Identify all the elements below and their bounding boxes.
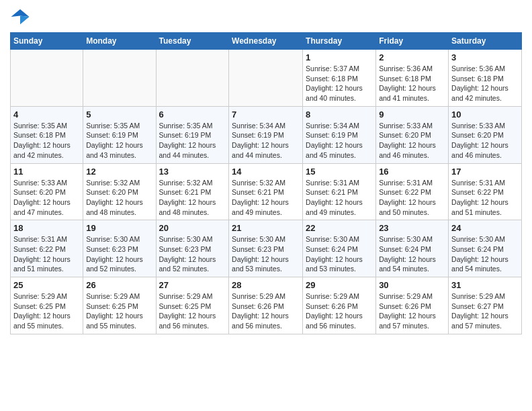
day-detail: Sunrise: 5:31 AMSunset: 6:21 PMDaylight:… [306,178,373,218]
day-number: 29 [306,280,373,290]
day-detail: Sunrise: 5:30 AMSunset: 6:23 PMDaylight:… [232,234,300,274]
calendar-cell: 31Sunrise: 5:29 AMSunset: 6:27 PMDayligh… [449,277,522,334]
calendar-cell: 18Sunrise: 5:31 AMSunset: 6:22 PMDayligh… [11,220,83,277]
day-number: 21 [232,223,300,233]
calendar-cell: 19Sunrise: 5:30 AMSunset: 6:23 PMDayligh… [83,220,156,277]
day-number: 14 [232,167,300,177]
calendar-cell [11,50,83,107]
calendar-cell: 17Sunrise: 5:31 AMSunset: 6:22 PMDayligh… [449,163,522,220]
day-detail: Sunrise: 5:32 AMSunset: 6:21 PMDaylight:… [159,178,226,218]
day-detail: Sunrise: 5:32 AMSunset: 6:20 PMDaylight:… [86,178,152,218]
header-row: SundayMondayTuesdayWednesdayThursdayFrid… [11,33,522,50]
calendar-cell: 7Sunrise: 5:34 AMSunset: 6:19 PMDaylight… [229,106,303,163]
calendar-cell: 30Sunrise: 5:29 AMSunset: 6:26 PMDayligh… [376,277,449,334]
day-detail: Sunrise: 5:30 AMSunset: 6:23 PMDaylight:… [86,234,152,274]
header-day: Saturday [449,33,522,50]
day-detail: Sunrise: 5:31 AMSunset: 6:22 PMDaylight:… [379,178,445,218]
calendar-cell: 15Sunrise: 5:31 AMSunset: 6:21 PMDayligh… [303,163,376,220]
header-day: Sunday [11,33,83,50]
calendar-cell [156,50,229,107]
calendar-table: SundayMondayTuesdayWednesdayThursdayFrid… [10,32,522,334]
day-detail: Sunrise: 5:29 AMSunset: 6:26 PMDaylight:… [306,291,373,331]
calendar-cell [83,50,156,107]
day-detail: Sunrise: 5:31 AMSunset: 6:22 PMDaylight:… [13,234,80,274]
day-detail: Sunrise: 5:33 AMSunset: 6:20 PMDaylight:… [379,121,445,161]
header-day: Wednesday [229,33,303,50]
day-number: 25 [13,280,80,290]
calendar-cell: 23Sunrise: 5:30 AMSunset: 6:24 PMDayligh… [376,220,449,277]
day-number: 28 [232,280,300,290]
calendar-cell: 11Sunrise: 5:33 AMSunset: 6:20 PMDayligh… [11,163,83,220]
day-number: 30 [379,280,445,290]
calendar-week-row: 4Sunrise: 5:35 AMSunset: 6:18 PMDaylight… [11,106,522,163]
calendar-cell: 16Sunrise: 5:31 AMSunset: 6:22 PMDayligh… [376,163,449,220]
day-detail: Sunrise: 5:29 AMSunset: 6:25 PMDaylight:… [13,291,80,331]
logo [10,7,33,27]
day-detail: Sunrise: 5:29 AMSunset: 6:26 PMDaylight:… [232,291,300,331]
day-number: 6 [159,109,226,120]
day-number: 12 [86,167,152,177]
day-detail: Sunrise: 5:29 AMSunset: 6:25 PMDaylight:… [159,291,226,331]
day-detail: Sunrise: 5:29 AMSunset: 6:26 PMDaylight:… [379,291,445,331]
calendar-cell: 10Sunrise: 5:33 AMSunset: 6:20 PMDayligh… [449,106,522,163]
day-number: 23 [379,223,445,233]
header-day: Tuesday [156,33,229,50]
calendar-cell: 28Sunrise: 5:29 AMSunset: 6:26 PMDayligh… [229,277,303,334]
calendar-cell: 29Sunrise: 5:29 AMSunset: 6:26 PMDayligh… [303,277,376,334]
day-number: 27 [159,280,226,290]
calendar-cell: 20Sunrise: 5:30 AMSunset: 6:23 PMDayligh… [156,220,229,277]
calendar-cell: 2Sunrise: 5:36 AMSunset: 6:18 PMDaylight… [376,50,449,107]
calendar-week-row: 25Sunrise: 5:29 AMSunset: 6:25 PMDayligh… [11,277,522,334]
day-number: 22 [306,223,373,233]
day-detail: Sunrise: 5:36 AMSunset: 6:18 PMDaylight:… [451,64,519,103]
day-number: 9 [379,109,445,120]
calendar-week-row: 11Sunrise: 5:33 AMSunset: 6:20 PMDayligh… [11,163,522,220]
calendar-cell: 12Sunrise: 5:32 AMSunset: 6:20 PMDayligh… [83,163,156,220]
day-detail: Sunrise: 5:35 AMSunset: 6:19 PMDaylight:… [159,121,226,161]
calendar-cell: 6Sunrise: 5:35 AMSunset: 6:19 PMDaylight… [156,106,229,163]
calendar-cell: 1Sunrise: 5:37 AMSunset: 6:18 PMDaylight… [303,50,376,107]
svg-marker-0 [11,9,30,17]
calendar-cell: 13Sunrise: 5:32 AMSunset: 6:21 PMDayligh… [156,163,229,220]
day-number: 17 [451,167,519,177]
calendar-cell [229,50,303,107]
day-detail: Sunrise: 5:34 AMSunset: 6:19 PMDaylight:… [306,121,373,161]
day-number: 2 [379,52,445,62]
calendar-body: 1Sunrise: 5:37 AMSunset: 6:18 PMDaylight… [11,50,522,334]
logo-icon [10,7,30,27]
day-number: 15 [306,167,373,177]
day-number: 31 [451,280,519,290]
day-detail: Sunrise: 5:33 AMSunset: 6:20 PMDaylight:… [451,121,519,161]
day-detail: Sunrise: 5:32 AMSunset: 6:21 PMDaylight:… [232,178,300,218]
day-number: 26 [86,280,152,290]
day-detail: Sunrise: 5:37 AMSunset: 6:18 PMDaylight:… [306,64,373,103]
page-header [10,7,522,27]
calendar-cell: 8Sunrise: 5:34 AMSunset: 6:19 PMDaylight… [303,106,376,163]
day-detail: Sunrise: 5:30 AMSunset: 6:23 PMDaylight:… [159,234,226,274]
day-detail: Sunrise: 5:29 AMSunset: 6:25 PMDaylight:… [86,291,152,331]
calendar-cell: 25Sunrise: 5:29 AMSunset: 6:25 PMDayligh… [11,277,83,334]
day-number: 4 [13,109,80,120]
day-number: 10 [451,109,519,120]
day-detail: Sunrise: 5:29 AMSunset: 6:27 PMDaylight:… [451,291,519,331]
calendar-header: SundayMondayTuesdayWednesdayThursdayFrid… [11,33,522,50]
calendar-cell: 26Sunrise: 5:29 AMSunset: 6:25 PMDayligh… [83,277,156,334]
day-number: 19 [86,223,152,233]
calendar-cell: 3Sunrise: 5:36 AMSunset: 6:18 PMDaylight… [449,50,522,107]
day-number: 11 [13,167,80,177]
day-detail: Sunrise: 5:35 AMSunset: 6:19 PMDaylight:… [86,121,152,161]
header-day: Friday [376,33,449,50]
calendar-cell: 5Sunrise: 5:35 AMSunset: 6:19 PMDaylight… [83,106,156,163]
calendar-cell: 22Sunrise: 5:30 AMSunset: 6:24 PMDayligh… [303,220,376,277]
day-detail: Sunrise: 5:36 AMSunset: 6:18 PMDaylight:… [379,64,445,103]
day-number: 16 [379,167,445,177]
day-detail: Sunrise: 5:33 AMSunset: 6:20 PMDaylight:… [13,178,80,218]
calendar-cell: 21Sunrise: 5:30 AMSunset: 6:23 PMDayligh… [229,220,303,277]
calendar-week-row: 1Sunrise: 5:37 AMSunset: 6:18 PMDaylight… [11,50,522,107]
calendar-cell: 24Sunrise: 5:30 AMSunset: 6:24 PMDayligh… [449,220,522,277]
day-number: 24 [451,223,519,233]
day-number: 18 [13,223,80,233]
svg-marker-1 [20,16,30,25]
day-detail: Sunrise: 5:30 AMSunset: 6:24 PMDaylight:… [379,234,445,274]
day-number: 5 [86,109,152,120]
